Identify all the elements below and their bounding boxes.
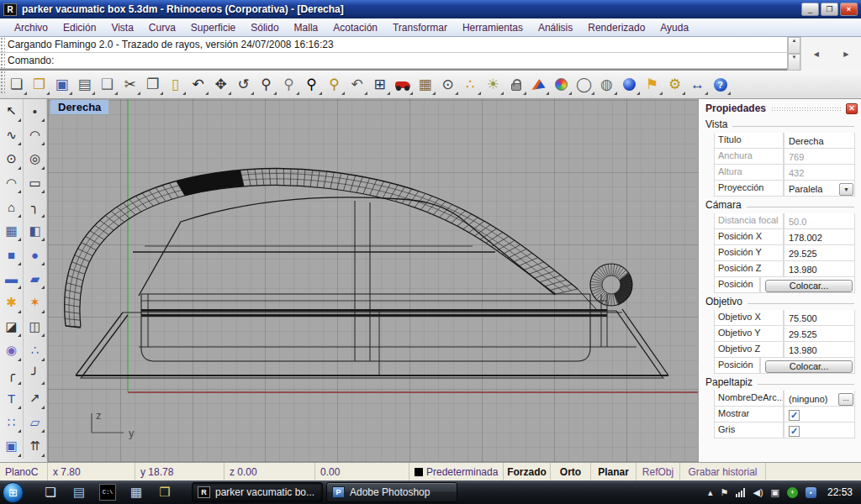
box-edit-icon[interactable]: ▣ [0, 434, 24, 459]
viewport-layout-icon[interactable]: ⊞ [368, 74, 391, 96]
notepad-icon[interactable]: ❏ [42, 484, 59, 501]
point-group-icon[interactable]: ∴ [24, 339, 47, 363]
move-icon[interactable]: ↗ [24, 386, 47, 411]
options-gears-icon[interactable]: ⚙ [663, 74, 686, 96]
orbit-icon[interactable]: ↺ [232, 74, 255, 96]
volume-icon[interactable]: ◀) [753, 487, 763, 498]
paste-icon[interactable]: ▯ [164, 74, 187, 96]
srf-sweep-icon[interactable]: ▰ [24, 267, 47, 291]
dimension-icon[interactable]: ↔ [686, 74, 709, 96]
cplane-map-icon[interactable]: ▦ [414, 74, 436, 96]
menu-transformar[interactable]: Transformar [385, 20, 455, 35]
polyline-icon[interactable]: ∿ [0, 123, 24, 148]
menu-vista[interactable]: Vista [103, 20, 140, 35]
menu-solido[interactable]: Sólido [243, 20, 286, 35]
lock-icon[interactable] [504, 74, 527, 96]
mesh-sphere-icon[interactable]: ◍ [595, 74, 618, 96]
start-button[interactable]: ⊞ [3, 482, 24, 503]
ellipse-icon[interactable]: ◎ [24, 147, 47, 171]
menu-analisis[interactable]: Análisis [531, 20, 580, 35]
select-icon[interactable]: ↖ [0, 99, 24, 123]
status-orto[interactable]: Orto [551, 463, 591, 480]
zoom-extents-icon[interactable]: ⚲ [300, 74, 323, 96]
undo-icon[interactable]: ↶ [187, 74, 209, 96]
language-flag-icon[interactable]: ⚑ [721, 487, 729, 498]
minimize-button[interactable]: _ [801, 3, 819, 16]
open-file-icon[interactable]: ❒ [28, 74, 50, 96]
car-icon[interactable] [391, 74, 414, 96]
light-icon[interactable]: ☀ [482, 74, 504, 96]
sphere-icon[interactable]: ● [24, 243, 47, 267]
history-back-button[interactable]: ◀ [801, 37, 832, 71]
status-0-00[interactable]: 0.00 [315, 463, 409, 480]
checkbox-gris[interactable]: ✓ [789, 426, 800, 437]
status-z-0-00[interactable]: z 0.00 [224, 463, 315, 480]
text-icon[interactable]: T [0, 386, 24, 411]
wireframe-sphere-icon[interactable]: ◯ [573, 74, 595, 96]
menu-superficie[interactable]: Superficie [183, 20, 243, 35]
colocar-button[interactable]: Colocar... [765, 360, 853, 373]
calculator-icon[interactable]: ▦ [128, 484, 145, 501]
status-y-18-78[interactable]: y 18.78 [135, 463, 224, 480]
blend-curve-icon[interactable]: ╯ [24, 363, 47, 387]
menu-ayuda[interactable]: Ayuda [652, 20, 696, 35]
taskbar-button-rhino[interactable]: Rparker vacumatic bo... [192, 482, 323, 502]
colocar-button[interactable]: Colocar... [765, 280, 853, 292]
cut-icon[interactable]: ✂ [119, 74, 141, 96]
menu-edicion[interactable]: Edición [55, 20, 103, 35]
menu-renderizado[interactable]: Renderizado [580, 20, 652, 35]
box-icon[interactable]: ■ [0, 243, 24, 267]
cylinder-icon[interactable]: ▬ [0, 267, 24, 291]
show-hidden-icons[interactable]: ▴ [708, 487, 713, 498]
arc-points-icon[interactable]: ◠ [0, 171, 24, 196]
spin-down-button[interactable]: ▼ [788, 54, 800, 71]
circle-icon[interactable]: ⊙ [0, 147, 24, 171]
status-grabar-historial[interactable]: Grabar historial [680, 463, 766, 480]
explorer-folder-icon[interactable]: ❒ [156, 484, 173, 501]
history-forward-button[interactable]: ▶ [832, 37, 861, 71]
menu-archivo[interactable]: Archivo [7, 20, 55, 35]
blend-colors-icon[interactable]: ◉ [0, 339, 24, 363]
antivirus-icon[interactable]: + [787, 487, 798, 498]
undo-view-icon[interactable]: ↶ [346, 74, 368, 96]
command-prompt-icon[interactable]: C:\ [99, 484, 116, 501]
color-wheel-icon[interactable] [550, 74, 573, 96]
boolean-icon[interactable]: ✱ [0, 291, 24, 315]
split-icon[interactable]: ◫ [24, 315, 47, 339]
fillet-icon[interactable]: ╭ [0, 363, 24, 387]
surface-icon[interactable]: ◧ [24, 219, 47, 244]
pan-icon[interactable]: ✥ [209, 74, 232, 96]
close-button[interactable]: × [840, 3, 858, 16]
menu-curva[interactable]: Curva [141, 20, 183, 35]
point-icon[interactable]: • [24, 99, 47, 123]
checkbox-mostrar[interactable]: ✓ [789, 410, 800, 421]
new-file-icon[interactable]: ❏ [5, 74, 28, 96]
arc-icon[interactable]: ◠ [24, 123, 47, 148]
command-prompt-row[interactable]: Comando: [0, 53, 861, 69]
render-icon[interactable] [618, 74, 641, 96]
menu-herramientas[interactable]: Herramientas [455, 20, 531, 35]
wordpad-icon[interactable]: ▤ [71, 484, 87, 501]
srf-grid-icon[interactable]: ▦ [0, 219, 24, 244]
status-planar[interactable]: Planar [591, 463, 637, 480]
explode-icon[interactable]: ✶ [24, 291, 47, 315]
menu-acotacion[interactable]: Acotación [325, 20, 385, 35]
print-icon[interactable]: ▤ [73, 74, 96, 96]
panel-drag-handle[interactable] [771, 107, 843, 113]
export-icon[interactable]: ❑ [96, 74, 119, 96]
curve-corner-icon[interactable]: ╮ [24, 195, 47, 219]
viewport-derecha[interactable]: Derecha zy [48, 99, 698, 462]
projection-dropdown-button[interactable]: ▼ [839, 183, 853, 196]
zoom-dynamic-icon[interactable]: ⚲ [255, 74, 277, 96]
menu-malla[interactable]: Malla [287, 20, 326, 35]
restore-button[interactable]: ❐ [821, 3, 838, 16]
status-forzado[interactable]: Forzado [504, 463, 551, 480]
spin-up-button[interactable]: ▲ [788, 37, 800, 54]
hide-icon[interactable]: ⊙ [436, 74, 459, 96]
copy-icon[interactable]: ❐ [141, 74, 164, 96]
help-icon[interactable]: ? [709, 74, 732, 96]
browse-button[interactable]: ... [838, 393, 853, 406]
status-refobj[interactable]: RefObj [637, 463, 680, 480]
array-icon[interactable]: ∷ [0, 411, 24, 435]
status-planoc[interactable]: PlanoC [0, 463, 48, 480]
